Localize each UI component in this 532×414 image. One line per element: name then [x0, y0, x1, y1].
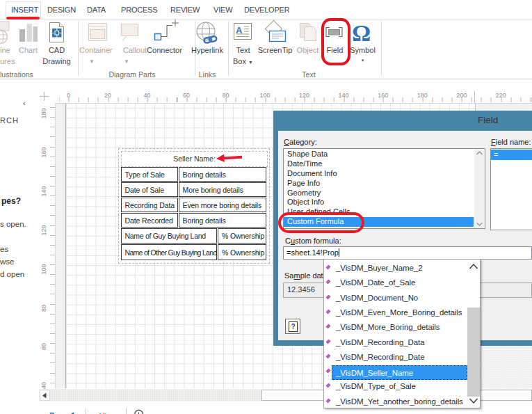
svg-text:Ω: Ω — [352, 20, 371, 46]
